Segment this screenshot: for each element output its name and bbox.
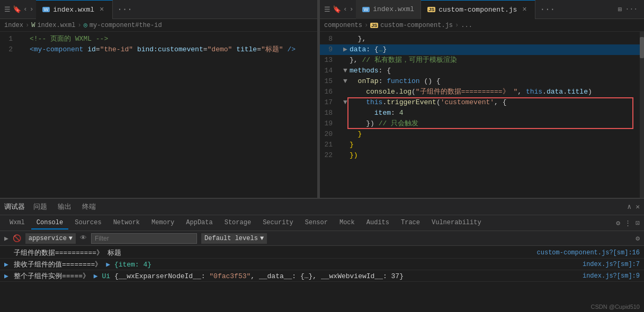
- tab-audits[interactable]: Audits: [361, 217, 395, 230]
- console-settings-icon[interactable]: ⚙: [636, 235, 640, 243]
- left-breadcrumb: index › W index.wxml › ◎ my-component#th…: [0, 19, 317, 32]
- tab-more-left[interactable]: ···: [113, 5, 137, 14]
- tab-storage[interactable]: Storage: [219, 217, 256, 230]
- right-bookmark-icon[interactable]: 🔖: [333, 5, 341, 14]
- right-tab-js[interactable]: JS custom-component.js ×: [421, 0, 535, 19]
- more-icon[interactable]: ⋮: [624, 219, 631, 227]
- console-text-3: 整个子组件实例=====》 ▶ Ui {__wxExparserNodeId__…: [14, 271, 580, 281]
- console-line-1: 子组件的数据==========》 标题 custom-component.js…: [0, 247, 644, 259]
- code-line-1: 1 <!-- 页面的 WXML -->: [0, 34, 317, 44]
- forward-icon[interactable]: ›: [30, 5, 34, 13]
- right-tab-bar-icons: ☰ 🔖 ‹ ›: [322, 5, 356, 14]
- console-line-3: ▶ 整个子组件实例=====》 ▶ Ui {__wxExparserNodeId…: [0, 270, 644, 282]
- console-line-2: ▶ 接收子组件的值========》 ▶ {item: 4} index.js?…: [0, 259, 644, 270]
- right-js-badge: JS: [427, 7, 435, 12]
- devtools-title-area: 调试器 问题 输出 终端: [4, 201, 98, 213]
- right-tab-wxml[interactable]: W index.wxml: [356, 0, 422, 19]
- close-devtools-icon[interactable]: ✕: [636, 203, 640, 211]
- tab-wxml[interactable]: Wxml: [4, 217, 30, 230]
- console-text-2: 接收子组件的值========》 ▶ {item: 4}: [14, 260, 580, 269]
- right-breadcrumb-js-badge: JS: [370, 23, 378, 28]
- left-tab-close[interactable]: ×: [97, 5, 106, 14]
- right-hamburger-icon[interactable]: ☰: [324, 5, 330, 14]
- right-forward-icon[interactable]: ›: [350, 5, 354, 13]
- right-editor: ☰ 🔖 ‹ › W index.wxml JS custom-component…: [320, 0, 644, 198]
- tab-vulnerability[interactable]: Vulnerability: [426, 217, 487, 230]
- settings-icon[interactable]: ⚙: [616, 219, 620, 227]
- breadcrumb-wxml-icon: W: [31, 22, 35, 29]
- tab-appdata[interactable]: AppData: [181, 217, 218, 230]
- right-back-icon[interactable]: ‹: [343, 5, 347, 13]
- tab-more-right[interactable]: ···: [535, 5, 559, 14]
- right-code-area: 8 }, 9 ▶ data: {…} 13 }, // 私有数据，可用于模板渲染…: [320, 32, 644, 198]
- devtools-actions: ∧ ✕: [627, 203, 640, 211]
- breadcrumb-filename: index.wxml: [37, 22, 75, 29]
- wxml-badge: W: [42, 7, 50, 12]
- minimize-icon[interactable]: ∧: [627, 203, 631, 211]
- bookmark-icon[interactable]: 🔖: [13, 5, 21, 14]
- right-tab-js-name: custom-component.js: [439, 6, 517, 14]
- service-value: appservice: [29, 235, 67, 242]
- breadcrumb-component: ◎: [84, 21, 87, 29]
- code-line-r9: 9 ▶ data: {…}: [320, 44, 644, 55]
- code-line-r21: 21 }: [320, 140, 644, 150]
- console-text-1: 子组件的数据==========》 标题: [14, 248, 535, 258]
- tab-console[interactable]: Console: [31, 217, 68, 230]
- code-line-r18: 18 item: 4: [320, 108, 644, 118]
- service-select[interactable]: appservice ▼: [25, 233, 76, 244]
- right-breadcrumb-filename: custom-component.js: [380, 22, 453, 29]
- tab-trace[interactable]: Trace: [396, 217, 425, 230]
- service-dropdown-icon: ▼: [69, 235, 73, 242]
- filter-input[interactable]: [91, 233, 197, 244]
- tab-sources[interactable]: Sources: [69, 217, 106, 230]
- console-source-1[interactable]: custom-component.js?[sm]:16: [537, 249, 640, 256]
- right-more-icon[interactable]: ···: [625, 5, 638, 14]
- left-tab-wxml[interactable]: W index.wxml ×: [36, 0, 113, 19]
- right-tab-close[interactable]: ×: [520, 5, 529, 14]
- tab-memory[interactable]: Memory: [146, 217, 180, 230]
- tab-network[interactable]: Network: [108, 217, 145, 230]
- devtools-title-issues[interactable]: 问题: [31, 201, 49, 213]
- redbox-container: 17 ▼ this.triggerEvent('customevent', { …: [320, 97, 644, 129]
- breadcrumb-index: index: [4, 22, 23, 29]
- devtools-panel: 调试器 问题 输出 终端 ∧ ✕ Wxml Console Sources Ne…: [0, 198, 644, 312]
- devtools-title-output[interactable]: 输出: [56, 201, 74, 213]
- devtools-header: 调试器 问题 输出 终端 ∧ ✕: [0, 199, 644, 215]
- code-line-r8: 8 },: [320, 34, 644, 44]
- tab-mock[interactable]: Mock: [334, 217, 360, 230]
- watermark: CSDN @Cupid510: [591, 304, 640, 310]
- code-line-r17: 17 ▼ this.triggerEvent('customevent', {: [320, 97, 644, 108]
- code-line-r15: 15 ▼ onTap: function () {: [320, 76, 644, 87]
- tab-sensor[interactable]: Sensor: [300, 217, 333, 230]
- hamburger-icon[interactable]: ☰: [4, 5, 11, 14]
- left-code-area: 1 <!-- 页面的 WXML --> 2 <my-component id="…: [0, 32, 317, 198]
- clear-icon[interactable]: 🚫: [13, 234, 21, 243]
- code-line-r16: 16 console.log("子组件的数据==========》 ", thi…: [320, 87, 644, 97]
- devtools-title-terminal[interactable]: 终端: [80, 201, 98, 213]
- right-breadcrumb-more: ...: [461, 22, 472, 29]
- console-source-2[interactable]: index.js?[sm]:7: [583, 261, 640, 268]
- split-editor-icon[interactable]: ⊞: [618, 5, 622, 14]
- console-toolbar: ▶ 🚫 appservice ▼ 👁 Default levels ▼ ⚙: [0, 231, 644, 246]
- left-tab-bar-icons: ☰ 🔖 ‹ ›: [2, 5, 36, 14]
- code-line-r20: 20 }: [320, 129, 644, 140]
- panel-icon[interactable]: ⊡: [636, 219, 640, 227]
- run-icon[interactable]: ▶: [4, 234, 8, 243]
- console-source-3[interactable]: index.js?[sm]:9: [583, 272, 640, 280]
- levels-select[interactable]: Default levels ▼: [201, 233, 267, 244]
- right-wxml-badge: W: [362, 7, 370, 12]
- console-output: 子组件的数据==========》 标题 custom-component.js…: [0, 246, 644, 312]
- eye-icon[interactable]: 👁: [80, 234, 87, 242]
- tab-security[interactable]: Security: [257, 217, 299, 230]
- left-editor: ☰ 🔖 ‹ › W index.wxml × ··· index › W ind…: [0, 0, 318, 198]
- editor-area: ☰ 🔖 ‹ › W index.wxml × ··· index › W ind…: [0, 0, 644, 198]
- minimap-scroll: [640, 32, 644, 198]
- left-tab-bar: ☰ 🔖 ‹ › W index.wxml × ···: [0, 0, 317, 19]
- code-line-2: 2 <my-component id="the-id" bind:custome…: [0, 44, 317, 55]
- code-line-r22: 22 }): [320, 150, 644, 161]
- back-icon[interactable]: ‹: [23, 5, 28, 13]
- devtools-tabs: Wxml Console Sources Network Memory AppD…: [0, 215, 644, 231]
- levels-dropdown-icon: ▼: [260, 235, 264, 242]
- breadcrumb-component-name: my-component#the-id: [90, 22, 162, 29]
- code-line-r14: 14 ▼ methods: {: [320, 66, 644, 76]
